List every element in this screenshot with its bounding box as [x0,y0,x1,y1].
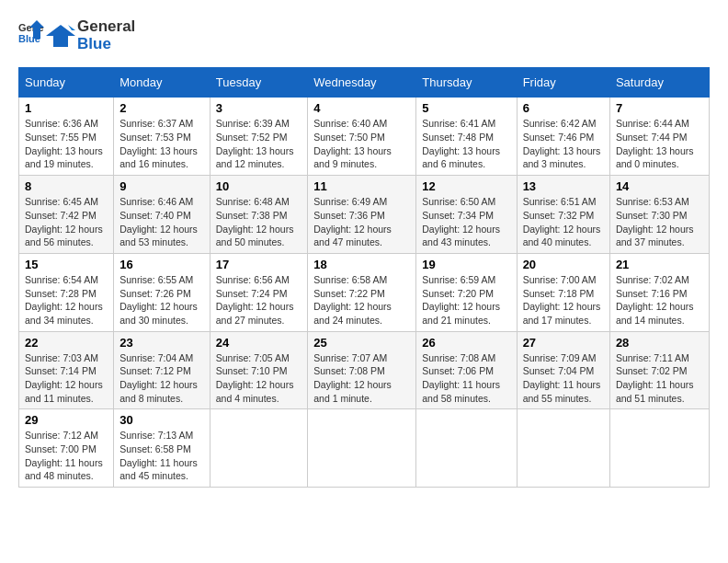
day-number: 11 [313,179,410,193]
calendar-header: SundayMondayTuesdayWednesdayThursdayFrid… [19,68,710,98]
sunset-text: Sunset: 7:18 PM [523,288,595,299]
sunrise-text: Sunrise: 7:13 AM [119,430,193,441]
calendar-cell: 14Sunrise: 6:53 AMSunset: 7:30 PMDayligh… [609,176,709,254]
calendar-cell: 27Sunrise: 7:09 AMSunset: 7:04 PMDayligh… [517,331,609,409]
day-number: 19 [422,258,510,271]
logo: General Blue General Blue [18,18,135,52]
calendar-cell: 28Sunrise: 7:11 AMSunset: 7:02 PMDayligh… [609,331,709,409]
day-number: 3 [216,101,301,115]
daylight-text: Daylight: 11 hours and 48 minutes. [25,457,103,482]
day-number: 29 [25,413,108,427]
calendar-cell: 1Sunrise: 6:36 AMSunset: 7:55 PMDaylight… [19,98,114,176]
logo-bird-icon [46,21,75,51]
sunrise-text: Sunrise: 6:45 AM [25,196,98,207]
daylight-text: Daylight: 12 hours and 8 minutes. [119,379,198,404]
daylight-text: Daylight: 12 hours and 40 minutes. [523,224,601,248]
sunrise-text: Sunrise: 6:53 AM [616,196,689,207]
calendar-week-row: 29Sunrise: 7:12 AMSunset: 7:00 PMDayligh… [19,409,710,488]
calendar-cell: 5Sunrise: 6:41 AMSunset: 7:48 PMDaylight… [416,98,517,176]
sunset-text: Sunset: 7:02 PM [616,365,688,376]
sunrise-text: Sunrise: 7:05 AM [216,352,290,363]
calendar-cell: 23Sunrise: 7:04 AMSunset: 7:12 PMDayligh… [114,331,210,409]
calendar-cell: 8Sunrise: 6:45 AMSunset: 7:42 PMDaylight… [19,176,114,254]
sunrise-text: Sunrise: 6:49 AM [313,196,387,207]
calendar-cell: 9Sunrise: 6:46 AMSunset: 7:40 PMDaylight… [114,176,210,254]
sunset-text: Sunset: 7:00 PM [25,443,97,454]
sunrise-text: Sunrise: 6:59 AM [422,274,495,285]
calendar-cell: 29Sunrise: 7:12 AMSunset: 7:00 PMDayligh… [19,409,114,488]
daylight-text: Daylight: 13 hours and 0 minutes. [616,145,694,170]
sunset-text: Sunset: 7:06 PM [422,365,494,376]
sunset-text: Sunset: 7:42 PM [25,210,97,221]
calendar-cell [308,409,416,488]
sunrise-text: Sunrise: 6:54 AM [25,274,98,285]
sunset-text: Sunset: 7:32 PM [523,210,595,221]
day-number: 20 [523,258,604,271]
calendar-cell: 18Sunrise: 6:58 AMSunset: 7:22 PMDayligh… [308,253,416,331]
calendar-week-row: 8Sunrise: 6:45 AMSunset: 7:42 PMDaylight… [19,176,710,254]
day-number: 24 [216,336,301,350]
calendar-cell: 15Sunrise: 6:54 AMSunset: 7:28 PMDayligh… [19,253,114,331]
weekday-header-thursday: Thursday [416,68,517,98]
sunset-text: Sunset: 6:58 PM [119,443,191,454]
sunset-text: Sunset: 7:16 PM [616,288,688,299]
daylight-text: Daylight: 12 hours and 14 minutes. [616,301,694,326]
calendar-cell: 20Sunrise: 7:00 AMSunset: 7:18 PMDayligh… [517,253,609,331]
day-number: 5 [422,101,510,115]
sunrise-text: Sunrise: 6:39 AM [216,118,290,129]
daylight-text: Daylight: 12 hours and 24 minutes. [313,301,392,326]
calendar-cell: 6Sunrise: 6:42 AMSunset: 7:46 PMDaylight… [517,98,609,176]
calendar-week-row: 22Sunrise: 7:03 AMSunset: 7:14 PMDayligh… [19,331,710,409]
sunset-text: Sunset: 7:46 PM [523,132,595,143]
daylight-text: Daylight: 12 hours and 47 minutes. [313,224,392,248]
sunrise-text: Sunrise: 6:40 AM [313,118,387,129]
day-number: 7 [616,101,703,115]
sunrise-text: Sunrise: 6:50 AM [422,196,495,207]
weekday-header-tuesday: Tuesday [210,68,307,98]
calendar-cell [416,409,517,488]
calendar-cell: 30Sunrise: 7:13 AMSunset: 6:58 PMDayligh… [114,409,210,488]
sunrise-text: Sunrise: 6:41 AM [422,118,495,129]
page-header: General Blue General Blue [18,18,710,52]
logo-blue-text: Blue [77,36,135,53]
daylight-text: Daylight: 11 hours and 51 minutes. [616,379,694,404]
sunset-text: Sunset: 7:53 PM [119,132,191,143]
calendar-cell: 25Sunrise: 7:07 AMSunset: 7:08 PMDayligh… [308,331,416,409]
calendar-cell: 3Sunrise: 6:39 AMSunset: 7:52 PMDaylight… [210,98,307,176]
calendar-cell: 17Sunrise: 6:56 AMSunset: 7:24 PMDayligh… [210,253,307,331]
sunrise-text: Sunrise: 6:55 AM [119,274,193,285]
day-number: 9 [119,179,204,193]
sunset-text: Sunset: 7:40 PM [119,210,191,221]
calendar-cell: 24Sunrise: 7:05 AMSunset: 7:10 PMDayligh… [210,331,307,409]
daylight-text: Daylight: 11 hours and 55 minutes. [523,379,601,404]
calendar-cell: 22Sunrise: 7:03 AMSunset: 7:14 PMDayligh… [19,331,114,409]
day-number: 27 [523,336,604,350]
daylight-text: Daylight: 13 hours and 6 minutes. [422,145,500,170]
day-number: 28 [616,336,703,350]
sunrise-text: Sunrise: 7:09 AM [523,352,597,363]
daylight-text: Daylight: 12 hours and 56 minutes. [25,224,103,248]
daylight-text: Daylight: 12 hours and 4 minutes. [216,379,294,404]
sunset-text: Sunset: 7:28 PM [25,288,97,299]
day-number: 30 [119,413,204,427]
daylight-text: Daylight: 13 hours and 3 minutes. [523,145,601,170]
calendar-cell: 11Sunrise: 6:49 AMSunset: 7:36 PMDayligh… [308,176,416,254]
daylight-text: Daylight: 13 hours and 16 minutes. [119,145,198,170]
daylight-text: Daylight: 12 hours and 43 minutes. [422,224,500,248]
day-number: 10 [216,179,301,193]
calendar-cell: 16Sunrise: 6:55 AMSunset: 7:26 PMDayligh… [114,253,210,331]
calendar-cell [517,409,609,488]
sunrise-text: Sunrise: 7:00 AM [523,274,597,285]
calendar-cell [609,409,709,488]
day-number: 12 [422,179,510,193]
sunrise-text: Sunrise: 7:08 AM [422,352,495,363]
sunrise-text: Sunrise: 6:44 AM [616,118,689,129]
sunset-text: Sunset: 7:44 PM [616,132,688,143]
day-number: 4 [313,101,410,115]
sunrise-text: Sunrise: 6:56 AM [216,274,290,285]
day-number: 26 [422,336,510,350]
calendar-table: SundayMondayTuesdayWednesdayThursdayFrid… [18,67,710,488]
daylight-text: Daylight: 12 hours and 11 minutes. [25,379,103,404]
sunset-text: Sunset: 7:14 PM [25,365,97,376]
daylight-text: Daylight: 13 hours and 9 minutes. [313,145,392,170]
